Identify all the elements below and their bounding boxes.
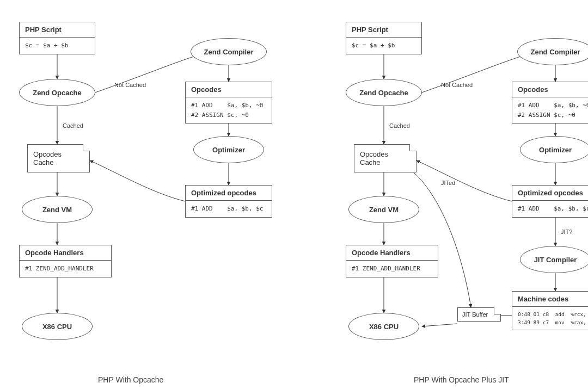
php-script-title: PHP Script	[20, 22, 95, 38]
cpu: X86 CPU	[22, 313, 93, 340]
optimizer-r: Optimizer	[520, 136, 588, 163]
opcodes-title: Opcodes	[186, 82, 272, 97]
machine-title: Machine codes	[512, 292, 588, 307]
cached-label-r: Cached	[389, 122, 410, 129]
php-script-title-r: PHP Script	[346, 22, 421, 38]
zend-compiler: Zend Compiler	[191, 38, 267, 65]
zend-opcache: Zend Opcache	[19, 79, 95, 106]
not-cached-label: Not Cached	[114, 82, 146, 88]
optimized-box: Optimized opcodes #1 ADD $a, $b, $c	[185, 185, 272, 218]
opcodes-cache-r: Opcodes Cache	[354, 144, 416, 172]
optimized-code-r: #1 ADD $a, $b, $c	[512, 201, 588, 217]
machine-code: 0:48 01 c8 add %rcx, %rax 3:49 89 c7 mov…	[512, 307, 588, 330]
handlers-box: Opcode Handlers #1 ZEND_ADD_HANDLER	[19, 245, 112, 277]
zend-vm: Zend VM	[22, 196, 93, 223]
handlers-code-r: #1 ZEND_ADD_HANDLER	[346, 261, 438, 277]
not-cached-label-r: Not Cached	[441, 82, 473, 88]
diagram-canvas: PHP Script $c = $a + $b Zend Opcache Not…	[11, 11, 588, 389]
optimizer: Optimizer	[193, 136, 264, 163]
cached-label: Cached	[63, 122, 83, 129]
opcodes-code-r: #1 ADD $a, $b, ~0 #2 ASSIGN $c, ~0	[512, 97, 588, 123]
php-script-box: PHP Script $c = $a + $b	[19, 22, 95, 54]
php-script-code: $c = $a + $b	[20, 38, 95, 54]
handlers-title-r: Opcode Handlers	[346, 245, 438, 261]
machine-box: Machine codes 0:48 01 c8 add %rcx, %rax …	[512, 291, 588, 330]
php-script-code-r: $c = $a + $b	[346, 38, 421, 54]
optimized-box-r: Optimized opcodes #1 ADD $a, $b, $c	[512, 185, 588, 218]
opcodes-code: #1 ADD $a, $b, ~0 #2 ASSIGN $c, ~0	[186, 97, 272, 123]
handlers-title: Opcode Handlers	[20, 245, 111, 261]
jited-label: JITed	[441, 180, 455, 186]
handlers-code: #1 ZEND_ADD_HANDLER	[20, 261, 111, 277]
jit-buffer: JIT Buffer	[457, 307, 501, 322]
svg-line-19	[422, 324, 457, 326]
jit-label: JIT?	[561, 229, 572, 235]
zend-vm-r: Zend VM	[348, 196, 419, 223]
optimized-title: Optimized opcodes	[186, 186, 272, 201]
opcodes-cache: Opcodes Cache	[27, 144, 90, 172]
opcodes-title-r: Opcodes	[512, 82, 588, 97]
opcodes-box: Opcodes #1 ADD $a, $b, ~0 #2 ASSIGN $c, …	[185, 82, 272, 124]
opcodes-box-r: Opcodes #1 ADD $a, $b, ~0 #2 ASSIGN $c, …	[512, 82, 588, 124]
optimized-title-r: Optimized opcodes	[512, 186, 588, 201]
jit-compiler: JIT Compiler	[520, 246, 588, 273]
php-script-box-r: PHP Script $c = $a + $b	[346, 22, 422, 54]
zend-compiler-r: Zend Compiler	[517, 38, 588, 65]
left-caption: PHP With Opcache	[98, 375, 163, 384]
right-caption: PHP With Opcache Plus JIT	[414, 375, 509, 384]
cpu-r: X86 CPU	[348, 313, 419, 340]
zend-opcache-r: Zend Opcache	[346, 79, 422, 106]
handlers-box-r: Opcode Handlers #1 ZEND_ADD_HANDLER	[346, 245, 438, 277]
optimized-code: #1 ADD $a, $b, $c	[186, 201, 272, 217]
